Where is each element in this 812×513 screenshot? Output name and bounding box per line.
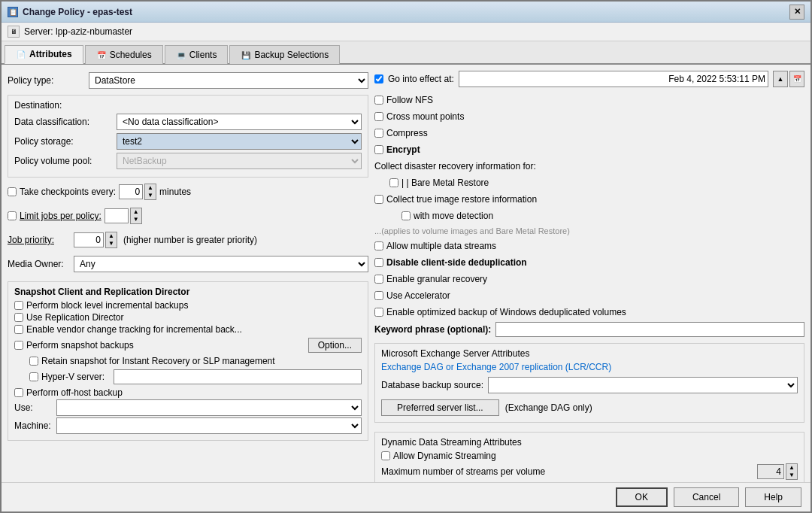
retain-snapshot-label: Retain snapshot for Instant Recovery or … bbox=[41, 356, 275, 366]
use-row: Use: bbox=[14, 399, 362, 416]
bare-metal-label: | | Bare Metal Restore bbox=[401, 178, 489, 188]
job-priority-input[interactable] bbox=[74, 232, 104, 247]
limit-jobs-up[interactable]: ▲ bbox=[131, 208, 141, 216]
disable-client-checkbox[interactable] bbox=[374, 258, 383, 267]
with-move-detection-checkbox[interactable] bbox=[401, 211, 411, 220]
take-checkpoints-checkbox[interactable] bbox=[8, 187, 17, 196]
policy-volume-label: Policy volume pool: bbox=[14, 156, 112, 166]
datetime-calendar[interactable]: 📅 bbox=[789, 71, 804, 87]
perform-snapshot-checkbox[interactable] bbox=[14, 341, 23, 350]
perform-offhost-checkbox[interactable] bbox=[14, 388, 23, 397]
left-panel: Policy type: DataStore Destination: Data… bbox=[8, 71, 368, 476]
enable-granular-checkbox[interactable] bbox=[374, 275, 383, 284]
max-streams-up[interactable]: ▲ bbox=[786, 464, 797, 472]
snapshot-title: Snapshot Client and Replication Director bbox=[14, 287, 362, 297]
bare-metal-checkbox[interactable] bbox=[389, 178, 398, 187]
allow-multiple-checkbox[interactable] bbox=[374, 241, 383, 250]
tab-schedules-label: Schedules bbox=[110, 50, 152, 60]
take-checkpoints-down[interactable]: ▼ bbox=[145, 192, 156, 199]
follow-nfs-label: Follow NFS bbox=[386, 95, 433, 105]
policy-storage-select[interactable]: test2 bbox=[117, 133, 362, 150]
perform-block-checkbox[interactable] bbox=[14, 301, 23, 310]
allow-dynamic-checkbox[interactable] bbox=[381, 451, 390, 460]
keyword-input[interactable] bbox=[495, 322, 804, 337]
perform-snapshot-label: Perform snapshot backups bbox=[26, 340, 134, 351]
use-replication-row: Use Replication Director bbox=[14, 312, 362, 323]
bare-metal-row: | | Bare Metal Restore bbox=[389, 178, 804, 188]
policy-volume-select[interactable]: NetBackup bbox=[117, 153, 362, 169]
hyper-v-checkbox[interactable] bbox=[29, 372, 38, 381]
close-button[interactable]: ✕ bbox=[789, 5, 804, 20]
media-owner-select[interactable]: Any bbox=[74, 256, 368, 272]
encrypt-label: Encrypt bbox=[386, 144, 420, 155]
job-priority-note: (higher number is greater priority) bbox=[123, 235, 257, 245]
policy-volume-row: Policy volume pool: NetBackup bbox=[14, 153, 362, 169]
data-classification-label: Data classification: bbox=[14, 117, 112, 127]
compress-row: Compress bbox=[374, 128, 804, 138]
job-priority-down[interactable]: ▼ bbox=[106, 240, 117, 247]
collect-true-image-checkbox[interactable] bbox=[374, 195, 383, 204]
option-button[interactable]: Option... bbox=[308, 338, 362, 353]
media-owner-label: Media Owner: bbox=[8, 259, 68, 269]
with-move-detection-row: with move detection bbox=[401, 211, 804, 221]
limit-jobs-down[interactable]: ▼ bbox=[131, 216, 141, 223]
clients-icon: 💻 bbox=[176, 50, 186, 60]
tab-attributes[interactable]: 📄 Attributes bbox=[5, 45, 83, 64]
allow-dynamic-label: Allow Dynamic Streaming bbox=[393, 451, 496, 461]
go-effect-row: Go into effect at: ▲ 📅 bbox=[374, 71, 804, 87]
db-backup-select[interactable] bbox=[488, 377, 798, 393]
take-checkpoints-input[interactable] bbox=[119, 184, 143, 199]
enable-optimized-checkbox[interactable] bbox=[374, 308, 383, 317]
perform-block-label: Perform block level incremental backups bbox=[26, 300, 188, 311]
pref-server-button[interactable]: Preferred server list... bbox=[381, 399, 499, 416]
tab-backup-selections[interactable]: 💾 Backup Selections bbox=[229, 45, 340, 64]
go-effect-checkbox[interactable] bbox=[374, 74, 383, 83]
follow-nfs-checkbox[interactable] bbox=[374, 96, 383, 105]
tab-schedules[interactable]: 📅 Schedules bbox=[85, 45, 163, 64]
take-checkpoints-up[interactable]: ▲ bbox=[145, 184, 156, 192]
job-priority-up[interactable]: ▲ bbox=[106, 232, 117, 240]
machine-row: Machine: bbox=[14, 417, 362, 434]
take-checkpoints-label: Take checkpoints every: bbox=[20, 187, 116, 197]
perform-snapshot-row: Perform snapshot backups Option... bbox=[14, 336, 362, 354]
tab-clients[interactable]: 💻 Clients bbox=[165, 45, 229, 64]
data-classification-select[interactable]: <No data classification> bbox=[117, 114, 362, 130]
policy-storage-row: Policy storage: test2 bbox=[14, 133, 362, 150]
enable-granular-row: Enable granular recovery bbox=[374, 274, 804, 284]
retain-snapshot-checkbox[interactable] bbox=[29, 357, 38, 366]
use-accelerator-label: Use Accelerator bbox=[386, 290, 450, 301]
cancel-button[interactable]: Cancel bbox=[674, 487, 739, 507]
enable-vendor-checkbox[interactable] bbox=[14, 325, 23, 334]
exchange-dag-link[interactable]: Exchange DAG or Exchange 2007 replicatio… bbox=[381, 362, 798, 372]
go-effect-input[interactable] bbox=[459, 71, 768, 87]
cross-mount-row: Cross mount points bbox=[374, 111, 804, 122]
take-checkpoints-unit: minutes bbox=[159, 187, 191, 197]
schedules-icon: 📅 bbox=[96, 50, 107, 60]
ok-button[interactable]: OK bbox=[616, 487, 668, 507]
encrypt-row: Encrypt bbox=[374, 144, 804, 155]
hyper-v-input[interactable] bbox=[114, 369, 362, 384]
limit-jobs-input[interactable] bbox=[105, 208, 129, 223]
perform-snapshot-checkbox-row: Perform snapshot backups bbox=[14, 340, 302, 351]
follow-nfs-row: Follow NFS bbox=[374, 95, 804, 105]
retain-snapshot-row: Retain snapshot for Instant Recovery or … bbox=[29, 356, 362, 366]
use-replication-checkbox[interactable] bbox=[14, 313, 23, 322]
max-streams-down[interactable]: ▼ bbox=[786, 472, 797, 479]
max-streams-input[interactable] bbox=[757, 464, 784, 479]
use-accelerator-checkbox[interactable] bbox=[374, 291, 383, 300]
collect-true-image-label: Collect true image restore information bbox=[386, 194, 537, 205]
cross-mount-checkbox[interactable] bbox=[374, 112, 383, 121]
policy-type-select[interactable]: DataStore bbox=[89, 72, 368, 89]
machine-select[interactable] bbox=[56, 417, 362, 434]
limit-jobs-checkbox[interactable] bbox=[8, 211, 17, 220]
compress-checkbox[interactable] bbox=[374, 129, 383, 138]
encrypt-checkbox[interactable] bbox=[374, 145, 383, 154]
disable-client-label: Disable client-side deduplication bbox=[386, 257, 527, 268]
ms-exchange-title: Microsoft Exchange Server Attributes bbox=[381, 348, 798, 359]
perform-block-row: Perform block level incremental backups bbox=[14, 300, 362, 311]
help-button[interactable]: Help bbox=[745, 487, 801, 507]
use-select[interactable] bbox=[56, 399, 362, 416]
keyword-label: Keyword phrase (optional): bbox=[374, 324, 491, 335]
window-title: Change Policy - epas-test bbox=[23, 7, 132, 17]
datetime-spin-up[interactable]: ▲ bbox=[773, 71, 788, 87]
